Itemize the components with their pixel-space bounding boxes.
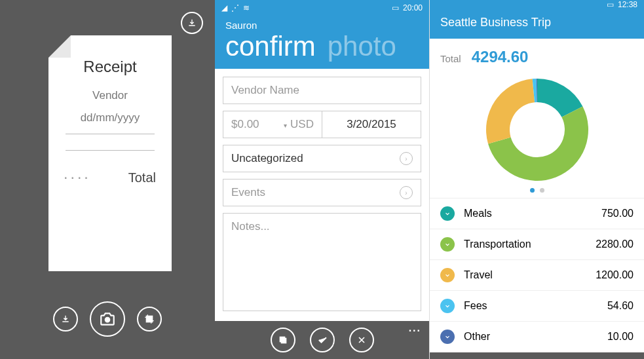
category-value: 54.60 <box>607 300 634 312</box>
scan-toolbar <box>0 301 215 337</box>
receipt-title: Receipt <box>62 58 159 76</box>
category-list: Meals750.00Transportation2280.00Travel12… <box>430 198 644 352</box>
chevron-right-icon: › <box>400 186 413 199</box>
category-name: Other <box>464 331 490 343</box>
category-dot-icon <box>440 206 455 221</box>
battery-icon: ▭ <box>607 0 614 9</box>
category-row[interactable]: Fees54.60 <box>430 291 644 322</box>
category-name: Travel <box>464 269 493 281</box>
category-value: 750.00 <box>601 208 634 219</box>
receipt-preview: Receipt Vendor dd/mm/yyyy ···· Total <box>48 35 172 271</box>
confirm-panel: ◢ ⋰ ≋ ▭ 20:00 Sauron confirm photo Vendo… <box>215 0 429 359</box>
events-select[interactable]: Events › <box>223 179 421 206</box>
category-value: 10.00 <box>607 331 634 343</box>
wifi-icon: ⋰ <box>231 3 239 12</box>
battery-icon: ▭ <box>392 3 399 12</box>
category-dot-icon <box>440 237 455 252</box>
status-bar: ◢ ⋰ ≋ ▭ 20:00 <box>215 0 429 16</box>
category-name: Transportation <box>464 238 531 250</box>
tab-photo[interactable]: photo <box>328 31 396 62</box>
amount-input[interactable]: $0.00 ▾ USD <box>223 111 322 138</box>
page-fold-icon <box>48 35 71 58</box>
confirm-toolbar: ··· <box>215 321 429 359</box>
signal-icon: ◢ <box>221 3 227 12</box>
category-dot-icon <box>440 330 455 344</box>
category-row[interactable]: Travel1200.00 <box>430 260 644 291</box>
donut-slice[interactable] <box>486 79 535 143</box>
trip-total: Total 4294.60 <box>430 39 644 69</box>
status-bar: ▭ 12:38 <box>430 0 644 9</box>
receipt-dots: ···· <box>64 172 92 184</box>
pager-dots[interactable] <box>430 188 644 193</box>
status-time: 12:38 <box>618 0 637 9</box>
svg-rect-3 <box>280 337 284 341</box>
category-name: Fees <box>464 300 487 312</box>
vendor-input[interactable]: Vendor Name <box>223 77 421 104</box>
camera-button[interactable] <box>90 301 125 337</box>
accept-button[interactable] <box>310 328 335 352</box>
cancel-button[interactable] <box>349 328 374 352</box>
scan-receipt-panel: Receipt Vendor dd/mm/yyyy ···· Total <box>0 0 215 359</box>
total-value: 4294.60 <box>472 48 529 66</box>
receipt-line <box>66 134 155 134</box>
copy-button[interactable] <box>271 328 295 352</box>
category-dot-icon <box>440 268 455 282</box>
category-value: Uncategorized <box>231 152 303 165</box>
import-button[interactable] <box>53 307 78 331</box>
category-value: 2280.00 <box>596 238 634 250</box>
events-label: Events <box>231 186 265 199</box>
trip-title: Seattle Business Trip <box>430 9 644 39</box>
app-name: Sauron <box>225 20 419 31</box>
category-value: 1200.00 <box>596 269 634 281</box>
category-row[interactable]: Meals750.00 <box>430 198 644 229</box>
chevron-right-icon: › <box>400 152 413 165</box>
receipt-date-placeholder: dd/mm/yyyy <box>62 111 159 124</box>
page-dot[interactable] <box>530 188 535 193</box>
donut-chart <box>430 69 644 188</box>
category-select[interactable]: Uncategorized › <box>223 145 421 172</box>
tab-confirm[interactable]: confirm <box>225 31 316 62</box>
date-input[interactable]: 3/20/2015 <box>322 111 421 138</box>
status-time: 20:00 <box>403 3 423 12</box>
category-dot-icon <box>440 299 455 313</box>
notes-input[interactable]: Notes... <box>223 213 421 311</box>
total-label: Total <box>440 53 461 64</box>
page-dot[interactable] <box>540 188 544 193</box>
summary-toolbar: ··· <box>430 352 644 359</box>
amount-value: $0.00 <box>231 118 259 131</box>
category-row[interactable]: Other10.00 <box>430 322 644 352</box>
receipt-total-label: Total <box>128 170 156 185</box>
category-row[interactable]: Transportation2280.00 <box>430 229 644 260</box>
receipt-line <box>66 150 155 151</box>
vibrate-icon: ≋ <box>243 3 250 12</box>
svg-rect-1 <box>146 316 152 322</box>
crop-button[interactable] <box>137 307 162 331</box>
confirm-header: Sauron confirm photo <box>215 16 429 69</box>
category-name: Meals <box>464 208 492 219</box>
currency-selector[interactable]: ▾ USD <box>280 118 314 131</box>
svg-point-0 <box>105 317 110 322</box>
trip-summary-panel: ▭ 12:38 Seattle Business Trip Total 4294… <box>429 0 644 359</box>
more-button[interactable]: ··· <box>409 325 421 337</box>
download-button[interactable] <box>181 12 203 34</box>
confirm-form: Vendor Name $0.00 ▾ USD 3/20/2015 Uncate… <box>215 69 429 319</box>
receipt-vendor-label: Vendor <box>62 89 159 102</box>
more-button[interactable]: ··· <box>622 356 635 359</box>
